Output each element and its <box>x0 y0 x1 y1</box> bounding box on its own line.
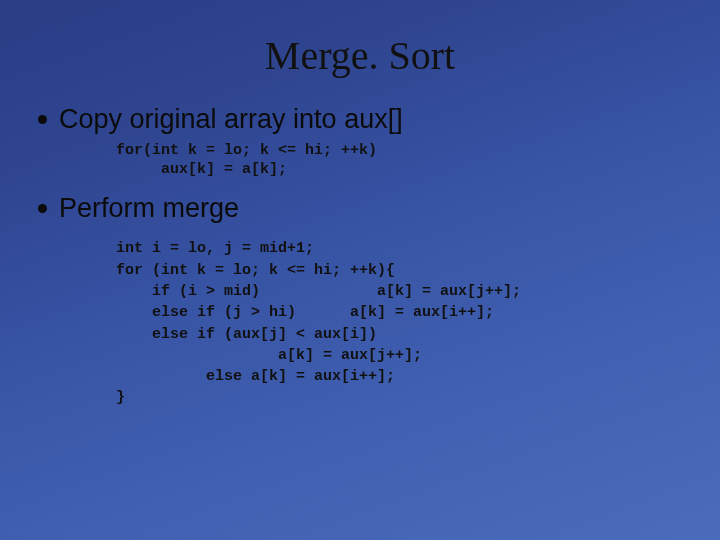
bullet-icon <box>38 115 47 124</box>
code-block-copy: for(int k = lo; k <= hi; ++k) aux[k] = a… <box>116 141 700 179</box>
bullet-text: Copy original array into aux[] <box>59 104 403 135</box>
bullet-icon <box>38 204 47 213</box>
bullet-item: Copy original array into aux[] <box>38 104 700 135</box>
code-block-merge: int i = lo, j = mid+1; for (int k = lo; … <box>116 238 700 408</box>
bullet-item: Perform merge <box>38 193 700 224</box>
slide: Merge. Sort Copy original array into aux… <box>0 0 720 540</box>
slide-content: Copy original array into aux[] for(int k… <box>38 104 700 409</box>
slide-title: Merge. Sort <box>0 32 720 79</box>
bullet-text: Perform merge <box>59 193 239 224</box>
